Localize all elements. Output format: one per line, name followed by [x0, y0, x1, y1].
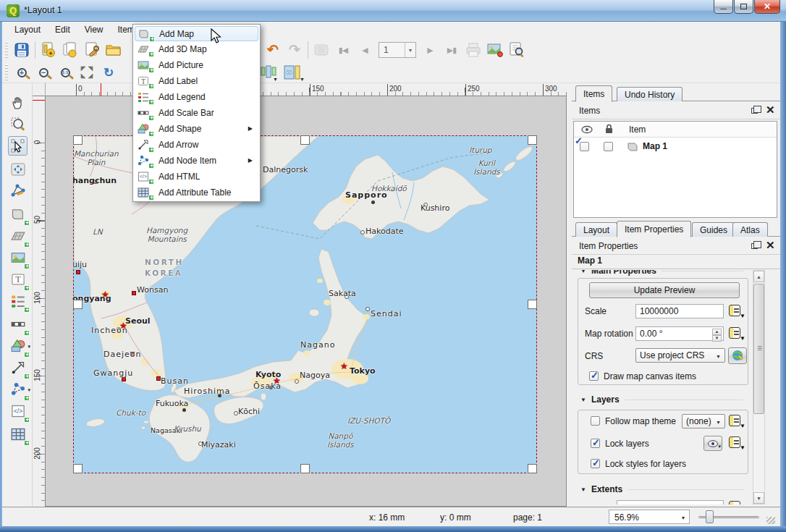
align-items-button[interactable]: ▼	[258, 63, 279, 82]
undo-button[interactable]: ↶	[262, 40, 284, 60]
resize-handle-e[interactable]	[528, 300, 537, 309]
align-dropdown-icon[interactable]: ▼	[273, 77, 278, 82]
resize-handle-n[interactable]	[300, 135, 310, 145]
shape-dropdown-icon[interactable]: ▾	[28, 344, 30, 350]
float-panel-button[interactable]	[751, 108, 761, 118]
zoom-in-button[interactable]: +	[11, 63, 33, 82]
menu-item-add-attribute-table[interactable]: Add Attribute Table	[135, 185, 258, 200]
previous-feature-button[interactable]: ◀	[354, 40, 376, 60]
combobox-dropdown-icon[interactable]: ▼	[677, 510, 689, 523]
close-button[interactable]: ✕	[754, 0, 780, 14]
tab-layout[interactable]: Layout	[575, 222, 617, 237]
add-3d-map-tool-button[interactable]	[8, 226, 28, 245]
edit-nodes-tool-button[interactable]	[8, 181, 28, 200]
resize-handle-nw[interactable]	[73, 135, 83, 145]
update-preview-button[interactable]: Update Preview	[589, 282, 740, 298]
first-feature-button[interactable]: ▮◀	[332, 40, 354, 60]
title-bar[interactable]: Q *Layout 1 ─ ✕	[0, 0, 786, 22]
section-layers[interactable]: Layers	[580, 394, 743, 405]
float-panel-button[interactable]	[751, 243, 761, 253]
zoom-slider-thumb[interactable]	[706, 510, 714, 523]
lock-styles-checkbox[interactable]	[591, 459, 600, 468]
scroll-down-button[interactable]: ▼	[753, 492, 764, 504]
menu-layout[interactable]: Layout	[8, 23, 47, 36]
menu-item-add-shape[interactable]: Add Shape	[135, 121, 258, 137]
duplicate-layout-button[interactable]	[59, 40, 81, 60]
resize-handle-ne[interactable]	[528, 135, 537, 145]
lock-checkbox[interactable]	[604, 142, 613, 151]
tab-atlas[interactable]: Atlas	[732, 222, 768, 237]
scroll-up-button[interactable]: ▲	[753, 271, 764, 282]
crs-select-button[interactable]	[728, 347, 747, 364]
properties-scrollbar[interactable]: ▲ ▼	[753, 270, 765, 504]
resize-items-button[interactable]: ▼	[279, 63, 305, 82]
spin-up-icon[interactable]: ▲	[712, 329, 722, 335]
add-attribute-table-tool-button[interactable]	[8, 424, 28, 444]
items-list-row[interactable]: Map 1	[574, 138, 777, 155]
follow-map-theme-checkbox[interactable]	[591, 416, 600, 426]
rotation-input[interactable]: 0.00 ° ▲▼	[635, 326, 724, 341]
node-item-dropdown-icon[interactable]: ▾	[28, 387, 30, 393]
map-theme-dropdown[interactable]: (none)	[682, 414, 725, 428]
lock-layers-override-button[interactable]	[728, 436, 745, 450]
layer-visibility-button[interactable]: ▾	[703, 436, 722, 451]
next-feature-button[interactable]: ▶	[419, 40, 441, 60]
menu-item-add-arrow[interactable]: Add Arrow	[135, 137, 258, 153]
refresh-button[interactable]: ↻	[98, 63, 119, 82]
layout-viewport[interactable]: Manchurian Plain hangchun Jilin LN Hamgy…	[46, 96, 567, 507]
section-main-properties[interactable]: Main Properties	[580, 270, 743, 276]
last-feature-button[interactable]: ▶▮	[441, 40, 462, 60]
lock-layers-checkbox[interactable]	[591, 439, 600, 448]
menu-edit[interactable]: Edit	[48, 23, 77, 36]
zoom-tool-button[interactable]	[8, 114, 28, 134]
menu-view[interactable]: View	[78, 23, 110, 36]
tab-item-properties[interactable]: Item Properties	[617, 221, 691, 237]
resize-handle-w[interactable]	[73, 300, 83, 309]
redo-button[interactable]: ↷	[284, 40, 305, 60]
add-arrow-tool-button[interactable]	[8, 358, 28, 377]
scale-input[interactable]: 10000000	[635, 304, 724, 318]
toolbar-grip[interactable]	[5, 42, 8, 58]
spin-down-icon[interactable]: ▼	[712, 335, 722, 342]
close-panel-button[interactable]: ✕	[766, 106, 776, 116]
extents-override-button[interactable]	[728, 500, 745, 504]
minimize-button[interactable]: ─	[714, 0, 733, 14]
atlas-preview-button[interactable]	[310, 40, 332, 60]
toolbar-grip[interactable]	[5, 64, 8, 80]
menu-item-add-html[interactable]: </> Add HTML	[135, 169, 258, 185]
section-extents[interactable]: Extents	[580, 484, 743, 494]
crs-dropdown[interactable]: Use project CRS	[635, 348, 725, 363]
visibility-checkbox[interactable]	[580, 142, 589, 151]
zoom-actual-button[interactable]: 1:1	[54, 63, 76, 82]
scrollbar-thumb[interactable]	[753, 284, 764, 414]
zoom-level-combobox[interactable]: 56.9% ▼	[609, 510, 690, 524]
scale-override-button[interactable]	[728, 304, 745, 318]
print-button[interactable]	[462, 40, 484, 60]
add-scalebar-tool-button[interactable]	[8, 314, 28, 334]
save-button[interactable]	[11, 40, 33, 60]
page-number-spinbox[interactable]: 1 ▼	[379, 42, 416, 58]
tab-items[interactable]: Items	[575, 85, 612, 102]
extents-input[interactable]	[617, 500, 724, 504]
menu-item-add-label[interactable]: T Add Label	[135, 73, 258, 89]
add-node-item-tool-button[interactable]: ▾	[8, 379, 28, 399]
menu-item-add-legend[interactable]: Add Legend	[135, 89, 258, 105]
export-image-button[interactable]	[484, 40, 506, 60]
add-picture-tool-button[interactable]	[8, 248, 28, 267]
pan-tool-button[interactable]	[8, 93, 28, 112]
menu-item-add-node-item[interactable]: Add Node Item	[135, 153, 258, 169]
panel-splitter[interactable]	[567, 83, 572, 507]
zoom-out-button[interactable]: −	[33, 63, 54, 82]
add-html-tool-button[interactable]: </>	[8, 401, 28, 421]
spinbox-dropdown-icon[interactable]: ▼	[405, 43, 415, 57]
move-content-tool-button[interactable]	[8, 159, 28, 179]
open-template-button[interactable]	[103, 40, 124, 60]
resize-handle-se[interactable]	[528, 464, 537, 473]
resize-grip[interactable]	[766, 517, 775, 524]
resize-handle-s[interactable]	[300, 464, 310, 473]
tab-guides[interactable]: Guides	[692, 222, 735, 237]
menu-item-add-scale-bar[interactable]: Add Scale Bar	[135, 105, 258, 121]
close-panel-button[interactable]: ✕	[766, 241, 776, 251]
menu-item-add-picture[interactable]: Add Picture	[135, 57, 258, 73]
tab-undo-history[interactable]: Undo History	[617, 87, 683, 101]
